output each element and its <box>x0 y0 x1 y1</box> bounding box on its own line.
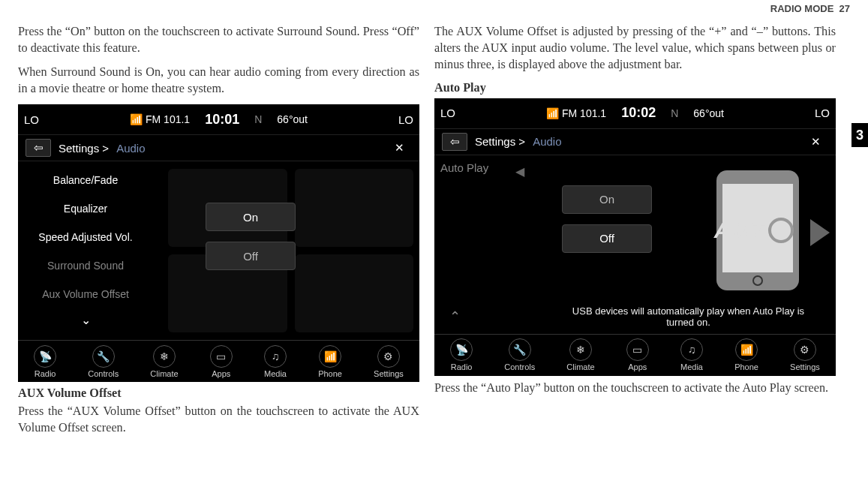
close-button[interactable]: ✕ <box>803 133 828 151</box>
autoplay-heading: Auto Play <box>434 81 836 95</box>
temp-lo-right[interactable]: LO <box>372 113 413 126</box>
nav-controls[interactable]: 🔧Controls <box>88 345 119 378</box>
bottom-nav: 📡Radio 🔧Controls ❄Climate ▭Apps ♫Media 📶… <box>434 334 836 376</box>
climate-icon: ❄ <box>153 345 176 368</box>
nav-climate[interactable]: ❄Climate <box>150 345 178 378</box>
media-icon: ♫ <box>264 345 287 368</box>
nav-phone[interactable]: 📶Phone <box>734 338 758 371</box>
temp-lo-right[interactable]: LO <box>788 107 830 119</box>
crumb-settings[interactable]: Settings > <box>59 142 109 155</box>
sidebar-item-speed[interactable]: Speed Adjusted Vol. <box>18 223 153 251</box>
temp-lo-left[interactable]: LO <box>24 113 65 126</box>
temp-lo-left[interactable]: LO <box>440 107 482 119</box>
status-bar: LO 📶FM 101.1 10:02 N 66°out LO <box>434 98 836 128</box>
close-button[interactable]: ✕ <box>386 139 412 157</box>
breadcrumb: ⇦ Settings > Audio ✕ <box>434 128 836 155</box>
compass: N <box>671 107 678 119</box>
crumb-settings[interactable]: Settings > <box>475 135 525 148</box>
station-label: 📶FM 101.1 <box>130 113 190 125</box>
sidebar-item-equalizer[interactable]: Equalizer <box>18 194 153 223</box>
body-para: Press the “On” button on the touchscreen… <box>18 24 419 57</box>
compass: N <box>254 113 262 125</box>
auto-badge: AUT <box>683 212 825 249</box>
outside-temp: 66°out <box>277 113 308 125</box>
phone-icon: 📶 <box>735 338 758 361</box>
outside-temp: 66°out <box>693 107 724 119</box>
sidebar-up-icon[interactable]: ⌃ <box>449 308 461 325</box>
surround-sound-screenshot: LO 📶FM 101.1 10:01 N 66°out LO ⇦ Setting… <box>18 104 419 382</box>
apps-icon: ▭ <box>626 338 649 361</box>
on-button[interactable]: On <box>562 185 652 214</box>
nav-settings[interactable]: ⚙Settings <box>374 345 404 378</box>
nav-apps[interactable]: ▭Apps <box>210 345 233 378</box>
nav-media[interactable]: ♫Media <box>680 338 703 371</box>
body-para: Press the “Auto Play” button on the touc… <box>434 380 836 397</box>
page-header: RADIO MODE 27 <box>770 3 850 14</box>
station-label: 📶FM 101.1 <box>546 107 606 119</box>
settings-icon: ⚙ <box>377 345 400 368</box>
nav-radio[interactable]: 📡Radio <box>450 338 473 371</box>
climate-icon: ❄ <box>569 338 592 361</box>
apps-icon: ▭ <box>210 345 233 368</box>
sidebar-item-surround[interactable]: Surround Sound <box>18 251 153 280</box>
radio-icon: 📡 <box>450 338 473 361</box>
back-button[interactable]: ⇦ <box>26 139 51 157</box>
on-button[interactable]: On <box>206 203 296 231</box>
collapse-icon[interactable]: ◀ <box>515 164 524 179</box>
autoplay-hint: USB devices will automatically play when… <box>569 305 807 328</box>
nav-settings[interactable]: ⚙Settings <box>790 338 820 371</box>
clock: 10:01 <box>205 112 239 128</box>
sidebar-item-aux[interactable]: Aux Volume Offset <box>18 280 153 308</box>
nav-radio[interactable]: 📡Radio <box>34 345 56 378</box>
breadcrumb: ⇦ Settings > Audio ✕ <box>18 134 419 161</box>
status-bar: LO 📶FM 101.1 10:01 N 66°out LO <box>18 104 419 134</box>
audio-sidebar: Balance/Fade Equalizer Speed Adjusted Vo… <box>18 166 153 331</box>
auto-play-screenshot: LO 📶FM 101.1 10:02 N 66°out LO ⇦ Setting… <box>434 98 836 376</box>
media-icon: ♫ <box>680 338 703 361</box>
header-page: 27 <box>839 3 850 14</box>
off-button[interactable]: Off <box>562 224 652 253</box>
sidebar-down-icon[interactable]: ⌄ <box>18 308 153 331</box>
aux-heading: AUX Volume Offset <box>18 386 419 401</box>
nav-phone[interactable]: 📶Phone <box>318 345 342 378</box>
crumb-audio: Audio <box>533 135 561 148</box>
controls-icon: 🔧 <box>92 345 115 368</box>
clock: 10:02 <box>621 105 656 121</box>
back-button[interactable]: ⇦ <box>442 133 467 151</box>
body-para: Press the “AUX Volume Offset” button on … <box>18 404 419 437</box>
play-arrow-icon <box>810 219 830 246</box>
phone-graphic: AUT <box>683 170 825 294</box>
chapter-tab: 3 <box>851 123 868 147</box>
auto-play-label: Auto Play <box>440 161 488 174</box>
nav-apps[interactable]: ▭Apps <box>626 338 649 371</box>
nav-media[interactable]: ♫Media <box>264 345 287 378</box>
controls-icon: 🔧 <box>509 338 531 361</box>
nav-climate[interactable]: ❄Climate <box>566 338 594 371</box>
body-para: When Surround Sound is On, you can hear … <box>18 65 419 98</box>
phone-icon: 📶 <box>319 345 341 368</box>
header-section: RADIO MODE <box>770 3 834 14</box>
sidebar-item-balance[interactable]: Balance/Fade <box>18 166 153 194</box>
off-button[interactable]: Off <box>206 242 296 270</box>
settings-icon: ⚙ <box>794 338 816 361</box>
radio-icon: 📡 <box>34 345 56 368</box>
nav-controls[interactable]: 🔧Controls <box>504 338 535 371</box>
bottom-nav: 📡Radio 🔧Controls ❄Climate ▭Apps ♫Media 📶… <box>18 340 419 382</box>
crumb-audio: Audio <box>116 142 145 155</box>
body-para: The AUX Volume Offset is adjusted by pre… <box>434 24 836 74</box>
